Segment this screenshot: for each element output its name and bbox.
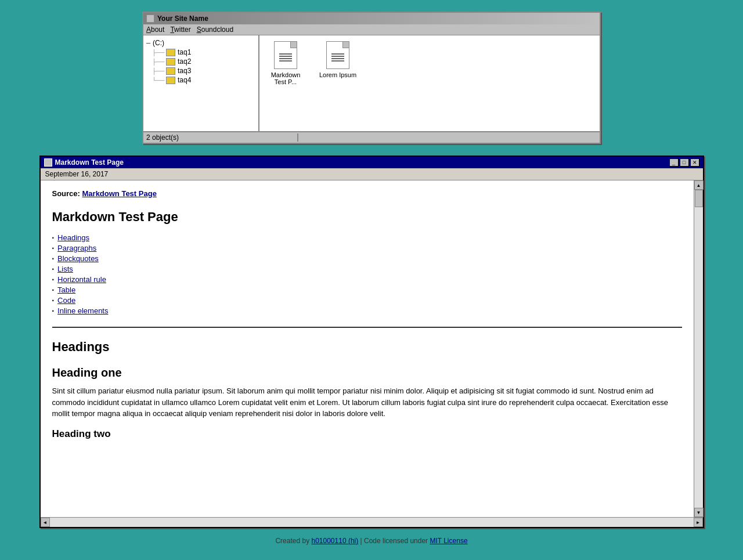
explorer-statusbar: 2 object(s) [143, 131, 600, 143]
h2-heading: Heading two [52, 428, 682, 440]
explorer-tree[interactable]: ─ (C:) ├── taq1 ├── taq2 ├── taq3 [143, 35, 259, 131]
scroll-down-button[interactable]: ▼ [694, 508, 704, 517]
folder-icon-taq3 [166, 67, 175, 75]
status-right [298, 133, 597, 142]
scroll-thumb-v[interactable] [695, 190, 703, 207]
scroll-right-button[interactable]: ► [694, 518, 703, 527]
folder-icon-taq4 [166, 77, 175, 84]
markdown-window: Markdown Test Page _ □ ✕ September 16, 2… [39, 156, 704, 528]
file-icon-markdown [274, 41, 297, 69]
headings-section-title: Headings [52, 339, 682, 355]
tree-item-taq2[interactable]: ├── taq2 [152, 57, 255, 66]
menu-about[interactable]: About [146, 26, 164, 34]
h1-paragraph: Sint sit cillum pariatur eiusmod nulla p… [52, 385, 682, 420]
toc-item-blockquotes: Blockquotes [52, 254, 682, 263]
tree-children: ├── taq1 ├── taq2 ├── taq3 └── t [152, 48, 255, 85]
tree-item-taq1[interactable]: ├── taq1 [152, 48, 255, 57]
toc-item-lists: Lists [52, 265, 682, 273]
source-prefix: Source: [52, 189, 82, 198]
file-line-2 [279, 56, 292, 57]
markdown-title: Markdown Test Page [55, 158, 666, 167]
menu-soundcloud[interactable]: Soundcloud [197, 26, 233, 34]
file-icon-lines-2 [331, 53, 344, 62]
toc-link-headings[interactable]: Headings [57, 233, 89, 242]
tree-label-taq4: taq4 [178, 76, 191, 84]
close-button[interactable]: ✕ [690, 158, 699, 167]
scroll-up-button[interactable]: ▲ [694, 180, 704, 190]
toc-link-blockquotes[interactable]: Blockquotes [57, 254, 99, 263]
tree-connector-2: ├── [152, 59, 164, 65]
explorer-window-icon [146, 15, 154, 23]
menu-twitter[interactable]: Twitter [170, 26, 190, 34]
explorer-body: ─ (C:) ├── taq1 ├── taq2 ├── taq3 [143, 35, 600, 131]
tree-label-taq2: taq2 [178, 57, 191, 66]
markdown-window-icon [44, 158, 52, 167]
toc-item-paragraphs: Paragraphs [52, 244, 682, 252]
footer-link-author[interactable]: h01000110 (hi) [311, 537, 358, 545]
scroll-left-button[interactable]: ◄ [41, 518, 50, 527]
titlebar-controls: _ □ ✕ [669, 158, 699, 167]
toc-item-horizontal-rule: Horizontal rule [52, 275, 682, 284]
footer: Created by h01000110 (hi) | Code license… [275, 537, 467, 545]
scroll-track-h[interactable] [50, 518, 694, 527]
page-title: Markdown Test Page [52, 209, 682, 225]
footer-middle: | Code licensed under [358, 537, 430, 545]
folder-icon-taq1 [166, 49, 175, 56]
markdown-date: September 16, 2017 [45, 170, 109, 178]
h1-heading: Heading one [52, 366, 682, 380]
tree-connector-1: ├── [152, 49, 164, 56]
scroll-track-v[interactable] [694, 190, 703, 508]
file-line-6 [331, 56, 344, 57]
toc-list: Headings Paragraphs Blockquotes Lists Ho… [52, 233, 682, 315]
footer-prefix: Created by [275, 537, 311, 545]
markdown-datebar: September 16, 2017 [41, 168, 703, 180]
toc-link-lists[interactable]: Lists [57, 265, 73, 273]
file-item-lorem[interactable]: Lorem Ipsum [318, 41, 358, 78]
toc-link-inline-elements[interactable]: Inline elements [57, 306, 108, 315]
source-link[interactable]: Markdown Test Page [82, 189, 157, 198]
tree-item-taq4[interactable]: └── taq4 [152, 75, 255, 85]
toc-item-headings: Headings [52, 233, 682, 242]
file-label-markdown: Markdown Test P... [265, 71, 306, 85]
minimize-button[interactable]: _ [669, 158, 679, 167]
explorer-menubar: About Twitter Soundcloud [143, 24, 600, 35]
section-divider [52, 327, 682, 328]
explorer-files-pane[interactable]: Markdown Test P... Lorem Ipsum [259, 35, 600, 131]
toc-link-code[interactable]: Code [57, 296, 75, 305]
status-object-count: 2 object(s) [146, 133, 298, 142]
tree-label-taq1: taq1 [178, 48, 191, 56]
toc-link-horizontal-rule[interactable]: Horizontal rule [57, 275, 106, 284]
toc-link-paragraphs[interactable]: Paragraphs [57, 244, 96, 252]
tree-connector-3: ├── [152, 68, 164, 74]
explorer-titlebar: Your Site Name [143, 13, 600, 24]
tree-root-label: (C:) [153, 39, 164, 47]
explorer-title: Your Site Name [157, 15, 597, 23]
toc-link-table[interactable]: Table [57, 286, 75, 294]
file-line-4 [279, 60, 292, 62]
maximize-button[interactable]: □ [680, 158, 689, 167]
toc-item-inline-elements: Inline elements [52, 306, 682, 315]
markdown-body-wrapper: Source: Markdown Test Page Markdown Test… [41, 180, 703, 517]
file-item-markdown[interactable]: Markdown Test P... [265, 41, 306, 85]
collapse-icon: ─ [146, 40, 150, 46]
tree-label-taq3: taq3 [178, 67, 191, 75]
vertical-scrollbar[interactable]: ▲ ▼ [694, 180, 703, 517]
explorer-window: Your Site Name About Twitter Soundcloud … [142, 12, 601, 144]
markdown-content: Source: Markdown Test Page Markdown Test… [41, 180, 694, 517]
file-line-7 [331, 58, 344, 59]
folder-icon-taq2 [166, 58, 175, 66]
tree-root: ─ (C:) [146, 38, 255, 48]
tree-item-taq3[interactable]: ├── taq3 [152, 66, 255, 75]
horizontal-scrollbar[interactable]: ◄ ► [41, 517, 703, 527]
source-line: Source: Markdown Test Page [52, 189, 682, 198]
file-line-8 [331, 60, 344, 62]
tree-connector-4: └── [152, 77, 164, 84]
file-icon-lines [279, 53, 292, 62]
toc-item-table: Table [52, 286, 682, 294]
file-line-3 [279, 58, 292, 59]
file-line-5 [331, 53, 344, 55]
footer-link-license[interactable]: MIT License [430, 537, 467, 545]
file-line-1 [279, 53, 292, 55]
file-icon-lorem [326, 41, 349, 69]
file-label-lorem: Lorem Ipsum [319, 71, 356, 78]
